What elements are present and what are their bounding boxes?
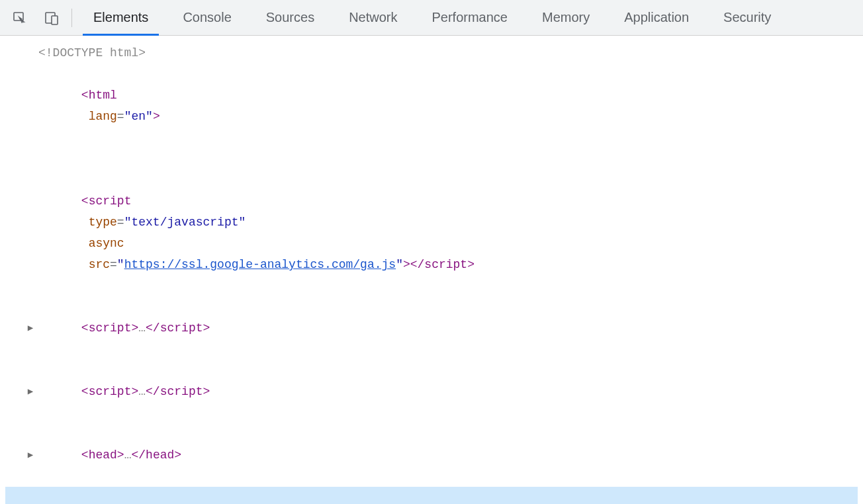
elements-dom-tree[interactable]: <!DOCTYPE html> <html lang="en"> <script… bbox=[0, 36, 863, 504]
tab-memory[interactable]: Memory bbox=[525, 0, 607, 35]
tab-network[interactable]: Network bbox=[332, 0, 414, 35]
dom-node-script-collapsed-1[interactable]: <script>…</script> bbox=[5, 296, 858, 360]
tab-application[interactable]: Application bbox=[607, 0, 706, 35]
tab-sources[interactable]: Sources bbox=[249, 0, 332, 35]
tab-performance[interactable]: Performance bbox=[415, 0, 525, 35]
dom-node-html-open[interactable]: <html lang="en"> bbox=[5, 63, 858, 148]
dom-node-script-collapsed-2[interactable]: <script>…</script> bbox=[5, 360, 858, 423]
dom-node-body-open[interactable]: ••• <body data-new-gr-c-s-check-loaded="… bbox=[5, 487, 858, 504]
tab-console[interactable]: Console bbox=[165, 0, 248, 35]
expand-arrow-icon[interactable] bbox=[26, 444, 34, 466]
svg-rect-2 bbox=[52, 16, 58, 24]
tab-elements[interactable]: Elements bbox=[76, 0, 165, 35]
device-toolbar-icon[interactable] bbox=[40, 6, 64, 30]
tab-security[interactable]: Security bbox=[706, 0, 788, 35]
devtools-tabbar: Elements Console Sources Network Perform… bbox=[0, 0, 863, 36]
inspect-element-icon[interactable] bbox=[8, 6, 32, 30]
dom-node-doctype[interactable]: <!DOCTYPE html> bbox=[5, 42, 858, 63]
expand-arrow-icon[interactable] bbox=[26, 317, 34, 339]
panel-tabs: Elements Console Sources Network Perform… bbox=[76, 0, 788, 35]
dom-node-head-collapsed[interactable]: <head>…</head> bbox=[5, 423, 858, 487]
separator bbox=[71, 9, 72, 27]
expand-arrow-icon[interactable] bbox=[26, 381, 34, 402]
dom-node-script-ga[interactable]: <script type="text/javascript" async src… bbox=[5, 148, 858, 296]
